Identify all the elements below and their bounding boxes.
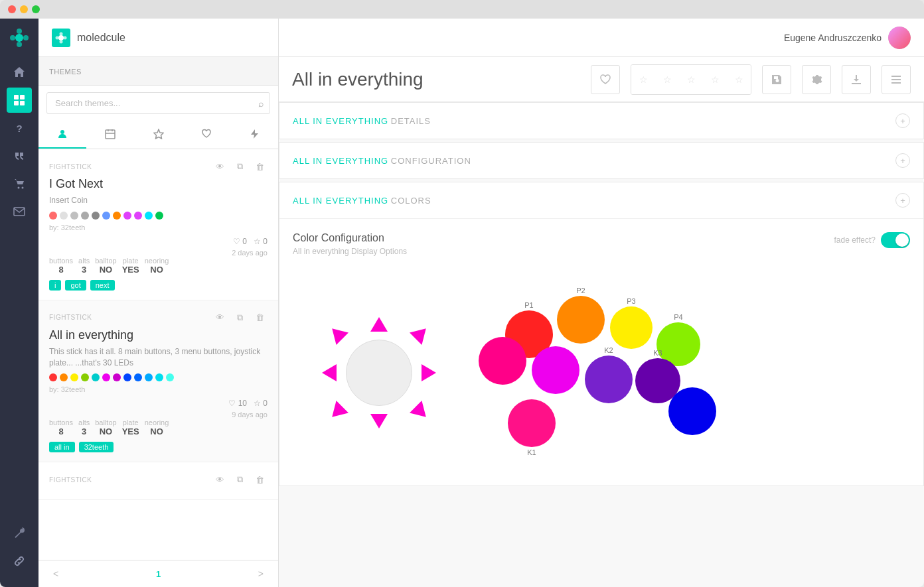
download-button[interactable] [842,65,871,94]
theme-header: All in everything ☆ ☆ ☆ ☆ ☆ [279,57,924,102]
filter-tab-heart[interactable] [183,121,230,149]
stars-count: ☆ 0 [254,237,268,246]
logo-icon [52,29,70,47]
color-config-panel: Color Configuration All in everything Di… [279,218,923,486]
theme-type: FIGHTSTICK [49,314,92,321]
config-add-btn[interactable]: + [895,153,910,168]
svg-marker-26 [154,129,163,139]
svg-rect-22 [106,130,115,139]
theme-tag: got [65,280,86,291]
svg-point-18 [60,40,63,43]
filter-tab-person[interactable] [38,121,86,149]
svg-rect-9 [14,95,19,99]
view-btn[interactable]: 👁 [212,159,228,174]
theme-card[interactable]: FIGHTSTICK 👁 ⧉ 🗑 All in everything This … [38,300,278,463]
sidebar-item-home[interactable] [7,60,32,85]
svg-point-1 [17,29,22,34]
color-dot [155,212,163,220]
main-content: ALL IN EVERYTHING DETAILS + ALL IN EVERY… [279,102,924,587]
theme-card[interactable]: FIGHTSTICK 👁 ⧉ 🗑 [38,462,278,500]
sidebar-item-mail[interactable] [7,199,32,224]
list-view-button[interactable] [882,65,911,94]
config-section-header[interactable]: ALL IN EVERYTHING CONFIGURATION + [279,143,923,178]
copy-btn[interactable]: ⧉ [232,472,248,488]
sidebar-item-help[interactable]: ? [7,115,32,141]
close-button[interactable] [8,5,16,13]
color-dot [81,212,89,220]
svg-point-13 [18,187,20,189]
theme-meta: by: 32teeth [49,385,268,393]
theme-actions: 👁 ⧉ 🗑 [212,310,268,326]
sidebar-item-quote[interactable] [7,143,32,168]
star-5[interactable]: ☆ [727,65,751,94]
theme-list: FIGHTSTICK 👁 ⧉ 🗑 I Got Next Insert Coin [38,149,278,560]
prop-neoring: neoringNO [145,257,169,275]
theme-card-header: FIGHTSTICK 👁 ⧉ 🗑 [49,472,268,488]
color-dot [102,373,110,381]
nav-top: ? [7,60,32,518]
copy-btn[interactable]: ⧉ [232,310,248,326]
config-title: ALL IN EVERYTHING CONFIGURATION [293,156,471,166]
bubble-k1-left [479,337,526,385]
star-1[interactable]: ☆ [631,65,655,94]
save-button[interactable] [762,65,791,94]
pagination-prev[interactable]: < [49,567,62,580]
colors-section-header[interactable]: ALL IN EVERYTHING COLORS + [279,182,923,218]
delete-btn[interactable]: 🗑 [252,472,268,488]
theme-actions: 👁 ⧉ 🗑 [212,472,268,488]
filter-tab-calendar[interactable] [86,121,134,149]
copy-btn[interactable]: ⧉ [232,159,248,174]
colors-add-btn[interactable]: + [895,193,910,208]
color-dot [123,373,131,381]
delete-btn[interactable]: 🗑 [252,310,268,326]
filter-tab-bolt[interactable] [230,121,278,149]
details-add-btn[interactable]: + [895,113,910,128]
color-dot [60,212,68,220]
theme-card[interactable]: FIGHTSTICK 👁 ⧉ 🗑 I Got Next Insert Coin [38,149,278,300]
pagination-next[interactable]: > [254,567,268,580]
fade-toggle[interactable] [881,232,910,248]
sidebar-item-cart[interactable] [7,171,32,196]
likes-count: ♡ 10 [228,399,247,408]
details-title: ALL IN EVERYTHING DETAILS [293,116,431,126]
sidebar-item-wrench[interactable] [7,521,32,546]
color-dot [134,373,142,381]
sidebar-item-themes[interactable] [7,88,32,113]
color-visualization: P2 P3 P1 [293,273,910,472]
color-dot [134,212,142,220]
right-panel: Eugene Andruszczenko All in everything ☆… [279,19,924,587]
view-btn[interactable]: 👁 [212,310,228,326]
traffic-lights [8,5,40,13]
settings-button[interactable] [802,65,831,94]
color-dot [123,212,131,220]
color-dot [92,212,100,220]
delete-btn[interactable]: 🗑 [252,159,268,174]
bubble-k2: K2 [585,346,633,403]
theme-date: 2 days ago [49,249,268,257]
sidebar-item-link[interactable] [7,549,32,574]
prop-balltop: balltopNO [95,419,116,436]
maximize-button[interactable] [32,5,40,13]
theme-desc: This stick has it all. 8 main buttons, 3… [49,346,268,369]
arrow-left [322,364,337,381]
question-icon: ? [16,123,22,134]
prop-balltop: balltopNO [95,257,116,275]
app-body: ? [0,19,924,587]
theme-props: buttons8 alts3 balltopNO plateYES neorin… [49,419,268,436]
minimize-button[interactable] [20,5,28,13]
like-button[interactable] [591,65,620,94]
star-2[interactable]: ☆ [655,65,679,94]
prop-neoring: neoringNO [145,419,169,436]
filter-tab-star[interactable] [134,121,182,149]
theme-title: All in everything [292,69,580,90]
arrow-right [422,364,436,381]
svg-rect-27 [891,76,901,77]
details-section-header[interactable]: ALL IN EVERYTHING DETAILS + [279,103,923,139]
titlebar [0,0,924,19]
theme-actions: 👁 ⧉ 🗑 [212,159,268,174]
star-3[interactable]: ☆ [679,65,703,94]
view-btn[interactable]: 👁 [212,472,228,488]
prop-alts: alts3 [78,257,90,275]
search-input[interactable] [46,92,270,114]
star-4[interactable]: ☆ [703,65,727,94]
